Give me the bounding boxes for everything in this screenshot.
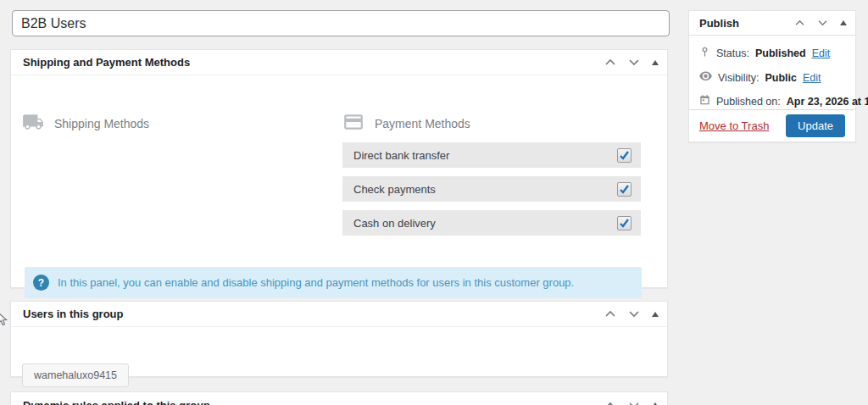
payment-method-checkbox[interactable] bbox=[617, 216, 632, 230]
payment-method-row: Cash on delivery bbox=[342, 210, 641, 236]
collapse-toggle-icon[interactable] bbox=[838, 19, 849, 27]
info-notice: ? In this panel, you can enable and disa… bbox=[25, 267, 642, 298]
shipping-methods-label: Shipping Methods bbox=[54, 117, 149, 130]
published-value: Apr 23, 2026 at 14:19 bbox=[787, 96, 868, 108]
payment-method-row: Check payments bbox=[342, 176, 641, 202]
metabox-title: Shipping and Payment Methods bbox=[23, 56, 190, 69]
question-mark-icon: ? bbox=[33, 275, 49, 291]
edit-visibility-link[interactable]: Edit bbox=[803, 72, 821, 84]
metabox-header: Users in this group bbox=[11, 302, 667, 327]
collapse-toggle-icon[interactable] bbox=[650, 401, 660, 405]
move-up-icon[interactable] bbox=[603, 308, 618, 319]
mouse-cursor-icon bbox=[0, 312, 8, 330]
move-down-icon[interactable] bbox=[626, 400, 642, 405]
move-up-icon[interactable] bbox=[603, 400, 618, 405]
published-on-row: Published on: Apr 23, 2026 at 14:19 Edit bbox=[699, 94, 845, 108]
move-up-icon[interactable] bbox=[793, 18, 807, 28]
payment-method-label: Cash on delivery bbox=[353, 217, 436, 230]
collapse-toggle-icon[interactable] bbox=[650, 58, 660, 67]
metabox-header: Shipping and Payment Methods bbox=[11, 50, 667, 75]
move-down-icon[interactable] bbox=[626, 308, 642, 319]
metabox-users: Users in this group wamehaluxo9415 bbox=[10, 301, 668, 377]
status-value: Published bbox=[755, 47, 806, 59]
publish-rows: Status: Published Edit Visibility: Publi… bbox=[689, 36, 855, 108]
credit-card-icon bbox=[342, 111, 364, 136]
post-title-input[interactable] bbox=[12, 10, 670, 36]
publish-panel: Publish Status: Published Edit bbox=[688, 10, 856, 142]
metabox-title: Users in this group bbox=[23, 308, 123, 320]
visibility-label: Visibility: bbox=[718, 72, 759, 84]
payment-method-label: Check payments bbox=[353, 183, 436, 196]
publish-title: Publish bbox=[699, 17, 739, 30]
shipping-methods-section: Shipping Methods bbox=[22, 111, 149, 136]
payment-method-checkbox[interactable] bbox=[617, 148, 632, 163]
notice-text: In this panel, you can enable and disabl… bbox=[58, 276, 574, 289]
update-button[interactable]: Update bbox=[786, 114, 845, 137]
payment-method-label: Direct bank transfer bbox=[353, 149, 449, 162]
visibility-value: Public bbox=[765, 72, 797, 84]
payment-methods-section: Payment Methods bbox=[342, 111, 470, 136]
wp-admin-edit-screen: { "page": { "title_input": { "value": "B… bbox=[0, 0, 868, 405]
move-down-icon[interactable] bbox=[626, 57, 642, 68]
eye-icon bbox=[699, 71, 712, 84]
edit-status-link[interactable]: Edit bbox=[812, 47, 831, 59]
calendar-icon bbox=[699, 94, 710, 108]
visibility-row: Visibility: Public Edit bbox=[699, 71, 845, 84]
published-label: Published on: bbox=[716, 96, 781, 108]
user-chip[interactable]: wamehaluxo9415 bbox=[22, 363, 129, 387]
metabox-header: Dynamic rules applied to this group bbox=[11, 392, 667, 405]
payment-methods-label: Payment Methods bbox=[375, 117, 470, 130]
pin-icon bbox=[699, 46, 710, 61]
payment-method-checkbox[interactable] bbox=[617, 182, 632, 197]
move-up-icon[interactable] bbox=[603, 57, 618, 68]
metabox-dynamic-rules: Dynamic rules applied to this group bbox=[10, 391, 668, 405]
truck-icon bbox=[22, 111, 44, 136]
status-row: Status: Published Edit bbox=[699, 46, 845, 61]
metabox-title: Dynamic rules applied to this group bbox=[23, 399, 210, 405]
move-down-icon[interactable] bbox=[815, 18, 830, 28]
status-label: Status: bbox=[716, 47, 749, 59]
collapse-toggle-icon[interactable] bbox=[650, 310, 660, 319]
publish-footer: Move to Trash Update bbox=[689, 109, 855, 141]
payment-method-row: Direct bank transfer bbox=[342, 142, 641, 168]
metabox-shipping-payment: Shipping and Payment Methods Shipping Me… bbox=[10, 49, 668, 288]
publish-header: Publish bbox=[689, 11, 855, 36]
move-to-trash-link[interactable]: Move to Trash bbox=[699, 119, 769, 132]
